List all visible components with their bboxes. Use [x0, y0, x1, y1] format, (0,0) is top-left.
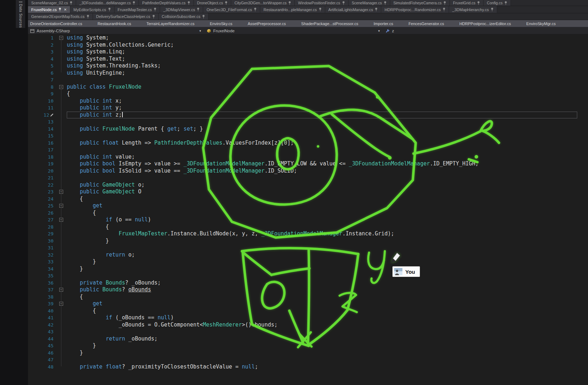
code-line[interactable]: 28 {: [28, 224, 577, 231]
tab-SceneManager_02.cs[interactable]: SceneManager_02.cs: [28, 0, 76, 6]
tab-OneSec3D_FileFormat.cs[interactable]: OneSec3D_FileFormat.cs: [203, 6, 260, 13]
tab-DroneObject.cs[interactable]: DroneObject.cs: [194, 0, 231, 6]
pin-icon[interactable]: [108, 8, 111, 11]
pin-icon[interactable]: [319, 8, 322, 11]
code-line[interactable]: 2using System.Collections.Generic;: [28, 42, 577, 49]
code-line[interactable]: 37− public Bounds? oBounds: [28, 286, 577, 294]
pin-icon[interactable]: [491, 8, 494, 11]
file-strip-item[interactable]: EnviroSky.cs: [210, 22, 233, 26]
code-line[interactable]: 11 public int y;: [28, 104, 577, 112]
code-line[interactable]: 23− public GameObject O: [28, 188, 577, 196]
pin-icon[interactable]: [443, 1, 446, 5]
code-line[interactable]: 6using UnityEngine;: [28, 70, 577, 77]
tab-SceneManager.cs[interactable]: SceneManager.cs: [349, 0, 390, 6]
code-line[interactable]: 12 public int z;: [28, 112, 577, 119]
file-strip-item[interactable]: EnviroSkyMgr.cs: [526, 22, 556, 26]
code-line[interactable]: 15: [28, 132, 577, 140]
tab-RestaurantHo...pleManager.cs[interactable]: RestaurantHo...pleManager.cs: [260, 6, 325, 13]
code-line[interactable]: 26 {: [28, 210, 577, 217]
file-strip-item[interactable]: FencesGenerator.cs: [409, 22, 444, 26]
tab-FruxelGrid.cs[interactable]: FruxelGrid.cs: [450, 0, 484, 6]
code-line[interactable]: 30 }: [28, 238, 577, 245]
code-line[interactable]: 33 }: [28, 258, 577, 266]
code-line[interactable]: 42 _oBounds = O.GetComponent<MeshRendere…: [28, 321, 577, 329]
code-line[interactable]: 18 public int value;: [28, 154, 577, 161]
code-line[interactable]: 38 {: [28, 294, 577, 301]
tab-DeliverySurfaceClassHelper.cs[interactable]: DeliverySurfaceClassHelper.cs: [93, 13, 159, 20]
code-line[interactable]: 34 }: [28, 266, 577, 273]
code-line[interactable]: 19 public bool IsEmpty => value >= _3DFo…: [28, 160, 577, 168]
pin-icon[interactable]: [342, 1, 345, 5]
pin-icon[interactable]: [187, 1, 190, 5]
code-line[interactable]: 29 FruxelMapTester.Instance.BuildNode(x,…: [28, 230, 577, 238]
pin-icon[interactable]: [59, 8, 61, 11]
pin-icon[interactable]: [202, 15, 205, 19]
tab-WindowPositionFinder.cs[interactable]: WindowPositionFinder.cs: [295, 0, 348, 6]
code-line[interactable]: 3using System.Linq;: [28, 48, 577, 56]
code-line[interactable]: 45 }: [28, 342, 577, 349]
file-strip-item[interactable]: RestaurantHook.cs: [98, 22, 131, 26]
pin-icon[interactable]: [197, 8, 200, 11]
code-line[interactable]: 9{: [28, 90, 577, 98]
file-strip-item[interactable]: DroneOrientationController.cs: [30, 22, 82, 26]
tab-_3DMapHierarchy.cs[interactable]: _3DMapHierarchy.cs: [449, 6, 497, 13]
code-line[interactable]: 14 public FruxelNode Parent { get; set; …: [28, 126, 577, 133]
breadcrumb-member-dropdown[interactable]: z: [383, 27, 588, 34]
code-line[interactable]: 31: [28, 244, 577, 252]
chevron-down-icon[interactable]: ▾: [378, 29, 380, 33]
pin-icon[interactable]: [504, 1, 507, 5]
code-line[interactable]: 20 public bool IsSolid => value == _3DFo…: [28, 168, 577, 175]
code-line[interactable]: 8−public class FruxelNode: [28, 84, 577, 91]
tab-MyEditorScripts.cs[interactable]: MyEditorScripts.cs: [70, 6, 115, 13]
pin-icon[interactable]: [443, 8, 445, 11]
code-line[interactable]: 48 private float? _proximityToClosestObs…: [28, 363, 577, 371]
code-line[interactable]: 47: [28, 356, 577, 363]
tab-HDRPPostproc...Randomizer.cs[interactable]: HDRPPostproc...Randomizer.cs: [381, 6, 449, 13]
file-strip-item[interactable]: AssetPreprocessor.cs: [248, 22, 286, 26]
pin-icon[interactable]: [254, 8, 257, 11]
code-line[interactable]: 35: [28, 272, 577, 280]
code-line[interactable]: 1−using System;: [28, 34, 577, 42]
pin-icon[interactable]: [477, 1, 480, 5]
code-line[interactable]: 41 if (_oBounds == null): [28, 314, 577, 321]
pin-icon[interactable]: [288, 1, 291, 5]
pin-icon[interactable]: [384, 1, 387, 5]
chevron-down-icon[interactable]: ▾: [199, 29, 201, 33]
code-line[interactable]: 25− get: [28, 202, 577, 210]
code-line[interactable]: 22 public GameObject o;: [28, 182, 577, 189]
tab-CityGen3DGen...torWrapper.cs[interactable]: CityGen3DGen...torWrapper.cs: [231, 0, 295, 6]
breadcrumb-type-dropdown[interactable]: FruxelNode ▾: [205, 27, 383, 34]
tab-Generator2ExportMapTools.cs[interactable]: Generator2ExportMapTools.cs: [28, 13, 93, 20]
tab-CollisionSubscriber.cs[interactable]: CollisionSubscriber.cs: [159, 13, 209, 20]
code-line[interactable]: 13: [28, 118, 577, 126]
code-line[interactable]: 39− get: [28, 300, 577, 307]
code-line[interactable]: 32 return o;: [28, 252, 577, 259]
tab-_3DMapViewer.cs[interactable]: _3DMapViewer.cs: [160, 6, 203, 13]
pin-icon[interactable]: [87, 15, 89, 19]
code-line[interactable]: 24 {: [28, 196, 577, 203]
tab-FruxelMapTester.cs[interactable]: FruxelMapTester.cs: [115, 6, 160, 13]
pin-icon[interactable]: [152, 15, 155, 19]
tab-_3DFoundatio...delManager.cs[interactable]: _3DFoundatio...delManager.cs: [76, 0, 139, 6]
code-line[interactable]: 21: [28, 174, 577, 182]
code-line[interactable]: 46 }: [28, 349, 577, 357]
pin-icon[interactable]: [225, 1, 228, 5]
code-line[interactable]: 10 public int x;: [28, 98, 577, 105]
pin-icon[interactable]: [154, 8, 157, 11]
data-sources-panel-tab[interactable]: Data Sources: [16, 0, 25, 28]
file-strip-item[interactable]: Importer.cs: [374, 22, 393, 26]
code-line[interactable]: 17: [28, 146, 577, 154]
code-line[interactable]: 16 public float Length => PathfinderDept…: [28, 140, 577, 147]
code-line[interactable]: 36 private Bounds? _oBounds;: [28, 280, 577, 287]
code-line[interactable]: 4using System.Text;: [28, 56, 577, 63]
file-strip-item[interactable]: ShaderPackage...stProcessor.cs: [301, 22, 358, 26]
breadcrumb-project-dropdown[interactable]: Assembly-CSharp ▾: [28, 27, 205, 34]
pin-icon[interactable]: [375, 8, 378, 11]
file-strip-item[interactable]: TerrainLayerRandomizer.cs: [146, 22, 195, 26]
tab-Config.cs[interactable]: Config.cs: [484, 0, 511, 6]
code-line[interactable]: 40 {: [28, 307, 577, 315]
code-line[interactable]: 27− if (o == null): [28, 216, 577, 224]
tab-SimulatedFisheyeCamera.cs[interactable]: SimulatedFisheyeCamera.cs: [390, 0, 450, 6]
pin-icon[interactable]: [132, 1, 135, 5]
code-line[interactable]: 43: [28, 328, 577, 335]
